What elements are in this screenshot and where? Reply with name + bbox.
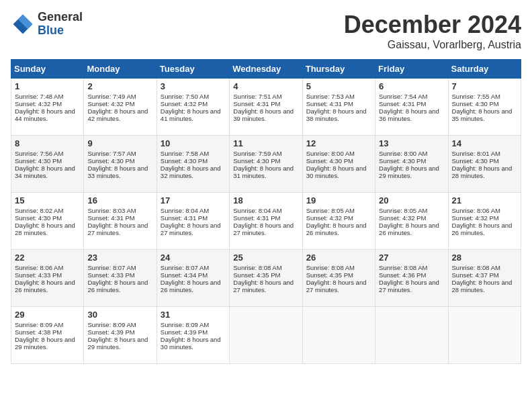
sunset-text: Sunset: 4:30 PM	[15, 157, 80, 165]
day-number: 11	[233, 138, 298, 148]
calendar-cell: 10Sunrise: 7:58 AMSunset: 4:30 PMDayligh…	[157, 136, 229, 193]
title-area: December 2024 Gaissau, Vorarlberg, Austr…	[344, 11, 521, 51]
day-number: 1	[15, 81, 80, 91]
sunrise-text: Sunrise: 7:51 AM	[233, 93, 298, 100]
daylight-text: Daylight: 8 hours and 27 minutes.	[161, 222, 226, 236]
day-number: 16	[87, 195, 152, 205]
daylight-text: Daylight: 8 hours and 26 minutes.	[161, 279, 226, 293]
logo-text: General Blue	[38, 11, 83, 38]
col-wednesday: Wednesday	[230, 60, 302, 79]
sunrise-text: Sunrise: 7:49 AM	[87, 93, 152, 100]
sunrise-text: Sunrise: 7:56 AM	[15, 150, 80, 157]
calendar-cell: 28Sunrise: 8:08 AMSunset: 4:37 PMDayligh…	[448, 250, 521, 307]
sunset-text: Sunset: 4:31 PM	[233, 100, 298, 107]
sunset-text: Sunset: 4:36 PM	[379, 271, 444, 279]
daylight-text: Daylight: 8 hours and 26 minutes.	[452, 222, 517, 236]
calendar-cell: 22Sunrise: 8:06 AMSunset: 4:33 PMDayligh…	[11, 250, 84, 307]
calendar-cell: 3Sunrise: 7:50 AMSunset: 4:32 PMDaylight…	[157, 79, 229, 136]
day-number: 7	[452, 81, 517, 91]
sunrise-text: Sunrise: 8:00 AM	[306, 150, 371, 157]
calendar-cell: 25Sunrise: 8:08 AMSunset: 4:35 PMDayligh…	[230, 250, 302, 307]
col-monday: Monday	[84, 60, 157, 79]
sunset-text: Sunset: 4:32 PM	[306, 214, 371, 222]
calendar-cell	[375, 307, 448, 364]
sunrise-text: Sunrise: 8:03 AM	[87, 207, 152, 214]
calendar-cell: 9Sunrise: 7:57 AMSunset: 4:30 PMDaylight…	[84, 136, 157, 193]
sunset-text: Sunset: 4:39 PM	[87, 328, 152, 336]
sunrise-text: Sunrise: 8:05 AM	[306, 207, 371, 214]
calendar-cell: 27Sunrise: 8:08 AMSunset: 4:36 PMDayligh…	[375, 250, 448, 307]
sunrise-text: Sunrise: 8:06 AM	[452, 207, 517, 214]
daylight-text: Daylight: 8 hours and 39 minutes.	[233, 107, 298, 122]
sunrise-text: Sunrise: 8:01 AM	[452, 150, 517, 157]
sunrise-text: Sunrise: 8:04 AM	[161, 207, 226, 214]
sunrise-text: Sunrise: 8:07 AM	[161, 264, 226, 271]
sunset-text: Sunset: 4:30 PM	[233, 157, 298, 165]
daylight-text: Daylight: 8 hours and 34 minutes.	[15, 165, 80, 179]
daylight-text: Daylight: 8 hours and 29 minutes.	[379, 165, 444, 179]
daylight-text: Daylight: 8 hours and 26 minutes.	[306, 222, 371, 236]
daylight-text: Daylight: 8 hours and 28 minutes.	[452, 165, 517, 179]
sunrise-text: Sunrise: 7:53 AM	[306, 93, 371, 100]
daylight-text: Daylight: 8 hours and 30 minutes.	[161, 336, 226, 351]
day-number: 28	[452, 253, 517, 263]
calendar-cell: 8Sunrise: 7:56 AMSunset: 4:30 PMDaylight…	[11, 136, 84, 193]
sunset-text: Sunset: 4:32 PM	[452, 214, 517, 222]
sunset-text: Sunset: 4:30 PM	[161, 157, 226, 165]
daylight-text: Daylight: 8 hours and 26 minutes.	[15, 279, 80, 293]
day-number: 3	[161, 81, 226, 91]
sunset-text: Sunset: 4:30 PM	[15, 214, 80, 222]
sunset-text: Sunset: 4:31 PM	[161, 214, 226, 222]
calendar-cell: 1Sunrise: 7:48 AMSunset: 4:32 PMDaylight…	[11, 79, 84, 136]
daylight-text: Daylight: 8 hours and 41 minutes.	[161, 107, 226, 122]
sunset-text: Sunset: 4:31 PM	[233, 214, 298, 222]
calendar-cell	[302, 307, 375, 364]
daylight-text: Daylight: 8 hours and 36 minutes.	[379, 107, 444, 122]
day-number: 5	[306, 81, 371, 91]
daylight-text: Daylight: 8 hours and 27 minutes.	[87, 222, 152, 236]
sunrise-text: Sunrise: 7:58 AM	[161, 150, 226, 157]
sunrise-text: Sunrise: 8:09 AM	[15, 321, 80, 328]
sunrise-text: Sunrise: 7:54 AM	[379, 93, 444, 100]
calendar-cell: 12Sunrise: 8:00 AMSunset: 4:30 PMDayligh…	[302, 136, 375, 193]
daylight-text: Daylight: 8 hours and 27 minutes.	[306, 279, 371, 293]
day-number: 20	[379, 195, 444, 205]
calendar-cell: 18Sunrise: 8:04 AMSunset: 4:31 PMDayligh…	[230, 193, 302, 250]
daylight-text: Daylight: 8 hours and 31 minutes.	[233, 165, 298, 179]
daylight-text: Daylight: 8 hours and 32 minutes.	[161, 165, 226, 179]
calendar-cell: 5Sunrise: 7:53 AMSunset: 4:31 PMDaylight…	[302, 79, 375, 136]
daylight-text: Daylight: 8 hours and 26 minutes.	[87, 279, 152, 293]
sunset-text: Sunset: 4:32 PM	[161, 100, 226, 107]
subtitle: Gaissau, Vorarlberg, Austria	[344, 39, 521, 51]
calendar-cell	[448, 307, 521, 364]
sunset-text: Sunset: 4:31 PM	[87, 214, 152, 222]
sunrise-text: Sunrise: 8:08 AM	[379, 264, 444, 271]
calendar-cell: 20Sunrise: 8:05 AMSunset: 4:32 PMDayligh…	[375, 193, 448, 250]
calendar-cell: 19Sunrise: 8:05 AMSunset: 4:32 PMDayligh…	[302, 193, 375, 250]
day-number: 2	[87, 81, 152, 91]
day-number: 29	[15, 310, 80, 320]
sunset-text: Sunset: 4:31 PM	[306, 100, 371, 107]
calendar-week-row: 1Sunrise: 7:48 AMSunset: 4:32 PMDaylight…	[11, 79, 521, 136]
sunset-text: Sunset: 4:34 PM	[161, 271, 226, 279]
calendar-cell: 6Sunrise: 7:54 AMSunset: 4:31 PMDaylight…	[375, 79, 448, 136]
col-friday: Friday	[375, 60, 448, 79]
day-number: 12	[306, 138, 371, 148]
calendar-cell: 24Sunrise: 8:07 AMSunset: 4:34 PMDayligh…	[157, 250, 229, 307]
calendar-cell: 31Sunrise: 8:09 AMSunset: 4:39 PMDayligh…	[157, 307, 229, 364]
header: General Blue December 2024 Gaissau, Vora…	[11, 11, 521, 51]
sunrise-text: Sunrise: 7:57 AM	[87, 150, 152, 157]
calendar-cell: 14Sunrise: 8:01 AMSunset: 4:30 PMDayligh…	[448, 136, 521, 193]
sunset-text: Sunset: 4:30 PM	[379, 157, 444, 165]
calendar-cell: 16Sunrise: 8:03 AMSunset: 4:31 PMDayligh…	[84, 193, 157, 250]
sunrise-text: Sunrise: 8:02 AM	[15, 207, 80, 214]
sunrise-text: Sunrise: 7:55 AM	[452, 93, 517, 100]
sunrise-text: Sunrise: 8:08 AM	[233, 264, 298, 271]
calendar-cell: 4Sunrise: 7:51 AMSunset: 4:31 PMDaylight…	[230, 79, 302, 136]
calendar-week-row: 15Sunrise: 8:02 AMSunset: 4:30 PMDayligh…	[11, 193, 521, 250]
day-number: 4	[233, 81, 298, 91]
daylight-text: Daylight: 8 hours and 44 minutes.	[15, 107, 80, 122]
day-number: 24	[161, 253, 226, 263]
sunrise-text: Sunrise: 7:59 AM	[233, 150, 298, 157]
day-number: 9	[87, 138, 152, 148]
